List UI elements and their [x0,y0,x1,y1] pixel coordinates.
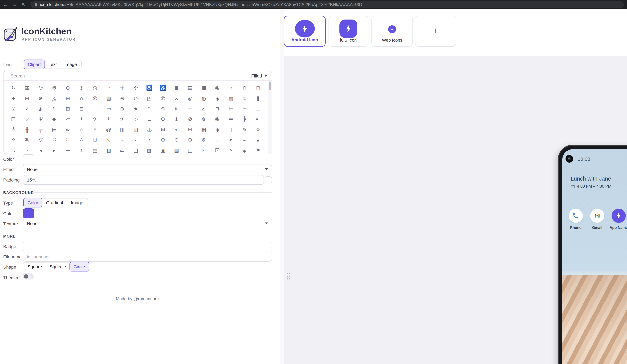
art-track-icon[interactable]: ▤ [88,145,102,154]
drag-handle[interactable] [286,272,291,280]
assignment-icon[interactable]: ▦ [143,145,156,154]
add-box-icon[interactable]: ⊞ [61,93,75,104]
airline-seat-flat-icon[interactable]: ⌐ [183,104,197,114]
alarm-off-icon[interactable]: ⊘ [183,114,197,124]
add-location-icon[interactable]: ◎ [183,93,197,104]
ads-click-icon[interactable]: ↖ [143,104,156,114]
add-link-icon[interactable]: ∞ [170,93,183,104]
airline-seat-legroom-normal-icon[interactable]: ⊣ [238,104,251,114]
add-call-icon[interactable]: ✆ [88,93,102,104]
add-ic-call-icon[interactable]: ✆ [156,93,170,104]
airline-stops-icon[interactable]: Ψ [34,114,48,124]
add-reaction-icon[interactable]: ☺ [238,93,251,104]
alarm-add-icon[interactable]: ⊕ [170,114,183,124]
assistant-direction-icon[interactable]: ◈ [238,145,251,154]
align-vertical-center-icon[interactable]: ╫ [20,124,34,135]
assignment-returned-icon[interactable]: ⊡ [197,145,210,154]
search-input[interactable] [10,73,251,79]
app-phone[interactable]: Phone [569,209,583,230]
access-time-icon[interactable]: ◷ [88,83,102,93]
anchor-icon[interactable]: ⚓ [143,124,156,135]
flight-takeoff-icon[interactable]: ✈ [115,114,129,124]
airplanemode-active-icon[interactable]: ✈ [75,114,88,124]
assignment-turned-in-icon[interactable]: ☑ [210,145,224,154]
airline-seat-recline-normal-icon[interactable]: ◿ [20,114,34,124]
app-blocking-icon[interactable]: ▯ [224,124,238,135]
apartment-icon[interactable]: ▦ [197,124,210,135]
add-to-home-screen-icon[interactable]: ↰ [48,104,61,114]
arrow-right-icon[interactable]: ▸ [48,145,61,154]
bg-type-gradient[interactable]: Gradient [42,199,67,207]
all-inclusive-icon[interactable]: ∞ [61,124,75,135]
app-settings-alt-icon[interactable]: ⚙ [251,124,265,135]
align-horizontal-center-icon[interactable]: ╪ [224,114,238,124]
tab-ios-icon[interactable]: iOS Icon [328,16,368,47]
alt-route-icon[interactable]: Y [88,124,102,135]
announcement-icon[interactable]: ⊟ [183,124,197,135]
animation-icon[interactable]: ◐ [170,124,183,135]
access-time-filled-icon[interactable]: ◔ [102,83,115,93]
ac-unit-icon[interactable]: ❆ [48,83,61,93]
assistant-icon[interactable]: ✧ [224,145,238,154]
arrow-downward-icon[interactable]: ↓ [210,135,224,145]
agriculture-icon[interactable]: ⚙ [156,104,170,114]
arrow-drop-down-icon[interactable]: ▾ [224,135,238,145]
alarm-on-icon[interactable]: ⊛ [197,114,210,124]
flight-icon[interactable]: ✈ [102,114,115,124]
reload-icon[interactable]: ↻ [22,2,26,7]
article-icon[interactable]: ▥ [102,145,115,154]
approval-icon[interactable]: ▽ [34,135,48,145]
analytics-icon[interactable]: ▧ [129,124,143,135]
album-icon[interactable]: ◉ [210,114,224,124]
arrow-right-alt-icon[interactable]: ⇢ [61,145,75,154]
arrow-left-icon[interactable]: ◂ [34,145,48,154]
add-icon[interactable]: + [7,93,20,104]
align-vertical-bottom-icon[interactable]: ╧ [7,124,20,135]
accessible-forward-icon[interactable]: ♿ [156,83,170,93]
add-alert-icon[interactable]: ◬ [48,93,61,104]
tab-clipart[interactable]: Clipart [24,59,45,69]
airplane-ticket-icon[interactable]: ▱ [61,114,75,124]
add-to-drive-icon[interactable]: ◭ [34,104,48,114]
themed-toggle[interactable] [23,273,34,279]
adb-icon[interactable]: ⊓ [251,83,265,93]
author-link[interactable]: @romannurik [134,297,159,301]
shape-circle[interactable]: Circle [69,262,89,271]
assignment-return-icon[interactable]: ◰ [183,145,197,154]
four-k-icon[interactable]: ▦ [20,83,34,93]
clipart-grid-scroll-thumb[interactable] [269,82,271,90]
area-chart-icon[interactable]: ◺ [102,135,115,145]
add-to-photos-icon[interactable]: ⊞ [61,104,75,114]
icon-style-filter[interactable]: Filled [251,73,267,78]
bg-type-color[interactable]: Color [23,198,43,208]
access-alarm-icon[interactable]: ⊙ [61,83,75,93]
airplay-icon[interactable]: ▷ [129,114,143,124]
app-generated[interactable]: App Name [612,209,626,230]
apps-outage-icon[interactable]: ∷ [61,135,75,145]
accessibility-new-icon[interactable]: ✣ [129,83,143,93]
align-horizontal-left-icon[interactable]: ╞ [238,114,251,124]
align-horizontal-right-icon[interactable]: ╡ [251,114,265,124]
amp-stories-icon[interactable]: ▥ [115,124,129,135]
address-bar[interactable]: icon.kitchen/i/H4sIAAAAAAAA6tWKkvMKU0tVr… [30,1,624,8]
add-photo-alternate-icon[interactable]: ▨ [224,93,238,104]
arrow-forward-icon[interactable]: → [7,145,20,154]
arrow-circle-left-icon[interactable]: ⊘ [170,135,183,145]
arrow-circle-up-icon[interactable]: ⊗ [197,135,210,145]
six-ft-apart-icon[interactable]: ⚇ [34,83,48,93]
foreground-color-swatch[interactable] [23,154,34,164]
editor-scrollbar[interactable] [280,9,284,364]
add-a-photo-icon[interactable]: ⊞ [20,93,34,104]
texture-select[interactable]: None [23,219,272,228]
airline-seat-legroom-reduced-icon[interactable]: ⊥ [251,104,265,114]
clipart-grid-scrollbar[interactable] [268,81,272,154]
add-chart-icon[interactable]: ▧ [102,93,115,104]
accessibility-icon[interactable]: ✛ [115,83,129,93]
assessment-icon[interactable]: ▧ [129,145,143,154]
app-registration-icon[interactable]: ✎ [238,124,251,135]
all-out-icon[interactable]: ◌ [75,124,88,135]
arrow-circle-down-icon[interactable]: ⊖ [156,135,170,145]
add-platform-button[interactable]: + [415,16,456,47]
add-location-alt-icon[interactable]: ◍ [197,93,210,104]
air-icon[interactable]: ≋ [170,104,183,114]
